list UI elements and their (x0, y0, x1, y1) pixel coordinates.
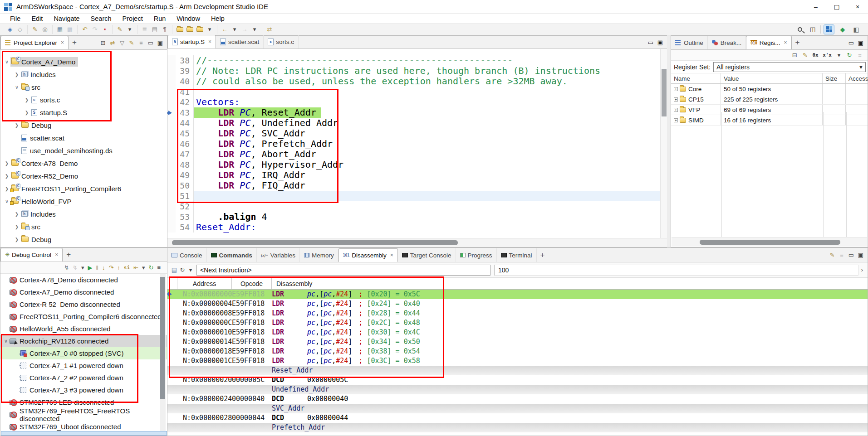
menu-search[interactable]: Search (85, 15, 117, 22)
disassembly-view[interactable]: AddressOpcodeDisassemblyN:0x00000000E59F… (167, 278, 868, 436)
minimize-icon[interactable]: ▭ (848, 39, 854, 46)
register-group-row[interactable]: +Core50 of 50 registers (671, 84, 868, 94)
debug-target-item[interactable]: Cortex-A7_0 #0 stopped (SVC) (0, 347, 167, 359)
redo-icon[interactable]: ↷ (90, 25, 99, 34)
tab-disassembly[interactable]: 101Disassembly× (338, 248, 398, 262)
column-header-opcode[interactable]: Opcode (232, 278, 272, 289)
tree-item[interactable]: ❯csorts.c (0, 93, 167, 106)
chevron-down-icon[interactable]: ∨ (3, 59, 10, 65)
pen-menu-icon[interactable]: ▾ (125, 25, 134, 34)
disassembly-address-input[interactable]: <Next Instruction> (196, 265, 490, 276)
expand-icon[interactable]: + (674, 87, 678, 91)
chevron-right-icon[interactable]: ❯ (23, 110, 30, 115)
debug-target-item[interactable]: Cortex-A7_3 #3 powered down (0, 384, 167, 396)
step-mode-icon[interactable]: si (124, 265, 130, 271)
disassembly-row[interactable]: N:0x00000014E59FF018LDRpc,[pc,#24]; [0x3… (167, 337, 868, 347)
menu-edit[interactable]: Edit (26, 15, 48, 22)
close-icon[interactable]: × (390, 252, 393, 258)
open-folder-icon[interactable] (195, 25, 204, 34)
chevron-right-icon[interactable]: ❯ (23, 97, 30, 102)
pause-icon[interactable]: ‖ (96, 264, 98, 271)
editor-horizontal-scrollbar[interactable] (167, 238, 667, 247)
collapse-all-icon[interactable]: ⊟ (100, 39, 106, 46)
debug-target-item[interactable]: FreeRTOS11_Porting_Compiler6 disconnecte… (0, 310, 167, 323)
close-icon[interactable]: × (61, 39, 64, 46)
tab-variables[interactable]: (x)=Variables (257, 248, 300, 262)
column-header-access[interactable]: Access (846, 73, 868, 83)
close-icon[interactable]: × (208, 39, 211, 45)
save-all-icon[interactable]: ▩ (65, 25, 74, 34)
folder-menu-icon[interactable]: ▾ (205, 25, 214, 34)
tree-item[interactable]: ❯Sstartup.S (0, 106, 167, 119)
editor-vertical-scrollbar[interactable] (660, 49, 667, 238)
connect-target-icon[interactable]: ↯ (64, 264, 69, 271)
column-header-size[interactable]: Size (823, 73, 846, 83)
menu-window[interactable]: Window (171, 15, 206, 22)
menu-file[interactable]: File (5, 15, 26, 22)
save-icon[interactable]: ▦ (55, 25, 64, 34)
tree-item[interactable]: ❯hIncludes (0, 208, 167, 220)
debug-target-item[interactable]: ∨Rockchip_RV1126 connected (0, 335, 167, 347)
tree-item[interactable]: ❯CCortex-A78_Demo (0, 157, 167, 170)
close-icon[interactable]: × (55, 252, 58, 258)
tree-item[interactable]: ❯hIncludes (0, 68, 167, 81)
chevron-down-icon[interactable]: ∨ (3, 199, 10, 204)
disconnect-target-icon[interactable]: ↯ (73, 264, 78, 271)
column-header-name[interactable]: Name (671, 73, 721, 83)
minimize-icon[interactable]: ▭ (848, 252, 854, 258)
minimize-icon[interactable]: ▭ (147, 39, 154, 46)
maximize-icon[interactable]: ▣ (657, 39, 663, 46)
window-minimize-button[interactable]: – (805, 0, 826, 14)
link-with-editor-icon[interactable]: ⇄ (109, 39, 116, 46)
view-menu-icon[interactable]: ≡ (839, 252, 845, 258)
mark-occurrences-icon[interactable]: ◎ (40, 25, 49, 34)
pen-icon[interactable]: ✎ (115, 25, 124, 34)
bitfield-format-icon[interactable]: x'x (823, 52, 832, 58)
tree-item[interactable]: ❯Debug (0, 233, 167, 246)
chevron-right-icon[interactable]: ❯ (3, 186, 10, 191)
chevron-right-icon[interactable]: ❯ (13, 224, 20, 229)
build-log-icon[interactable]: ≣ (140, 25, 149, 34)
debug-vertical-scrollbar[interactable] (160, 274, 166, 432)
maximize-icon[interactable]: ▣ (858, 39, 864, 46)
chevron-down-icon[interactable]: ∨ (2, 338, 10, 344)
step-into-icon[interactable]: ↓ (102, 264, 105, 271)
tree-item[interactable]: ❯Debug (0, 119, 167, 131)
tab-outline[interactable]: Outline (671, 36, 708, 49)
export-icon[interactable]: ▤ (171, 266, 177, 273)
menu-navigate[interactable]: Navigate (48, 15, 85, 22)
disassembly-count-input[interactable]: 100 (494, 265, 858, 276)
pin-view-icon[interactable]: ✎ (829, 252, 835, 258)
disassembly-row[interactable]: N:0x00000008E59FF018LDRpc,[pc,#24]; [0x2… (167, 309, 868, 318)
tree-item[interactable]: ❯CFreeRTOS11_Porting_Compiler6 (0, 182, 167, 195)
tab-terminal[interactable]: Terminal (497, 248, 537, 262)
tree-item[interactable]: ❯CCortex-R52_Demo (0, 170, 167, 182)
tree-item[interactable]: use_model_semihosting.ds (0, 144, 167, 157)
editor-tab-startup-S[interactable]: Sstartup.S× (167, 35, 216, 48)
stop-record-icon[interactable]: ▪ (100, 25, 109, 34)
connect-menu-icon[interactable]: ▾ (81, 264, 84, 271)
collapse-all-icon[interactable]: ⊟ (791, 52, 798, 58)
annotate-icon[interactable]: ✎ (30, 25, 39, 34)
close-icon[interactable]: × (784, 39, 787, 46)
window-maximize-button[interactable]: ▢ (826, 0, 847, 14)
hex-format-icon[interactable]: 0x (812, 52, 819, 58)
nav-back-icon[interactable]: ← (220, 25, 229, 34)
armds-perspective-button[interactable] (824, 24, 834, 34)
debug-target-item[interactable]: Cortex-A78_Demo disconnected (0, 274, 167, 286)
chevron-down-icon[interactable]: ∨ (13, 84, 20, 90)
disassembly-row[interactable]: N:0x0000002400000040DCD0x00000040 (167, 394, 868, 404)
expand-icon[interactable]: + (674, 97, 678, 102)
view-menu-icon[interactable]: ≡ (157, 264, 161, 271)
tab-break[interactable]: Break... (708, 36, 746, 49)
jump-to-icon[interactable]: ⇤ (133, 264, 138, 271)
disassembly-row[interactable]: N:0x0000002800000044DCD0x00000044 (167, 413, 868, 423)
disassembly-row[interactable]: N:0x00000010E59FF018LDRpc,[pc,#24]; [0x3… (167, 328, 868, 337)
pin-icon[interactable]: ✎ (802, 52, 808, 58)
disassembly-row[interactable]: N:0x0000000CE59FF018LDRpc,[pc,#24]; [0x2… (167, 318, 868, 328)
nav-back-menu-icon[interactable]: ▾ (230, 25, 239, 34)
maximize-icon[interactable]: ▣ (858, 252, 864, 258)
filter-icon[interactable]: ▽ (119, 39, 125, 46)
more-menu-icon[interactable]: ▾ (142, 264, 145, 271)
scroll-right-icon[interactable]: › (858, 266, 866, 273)
